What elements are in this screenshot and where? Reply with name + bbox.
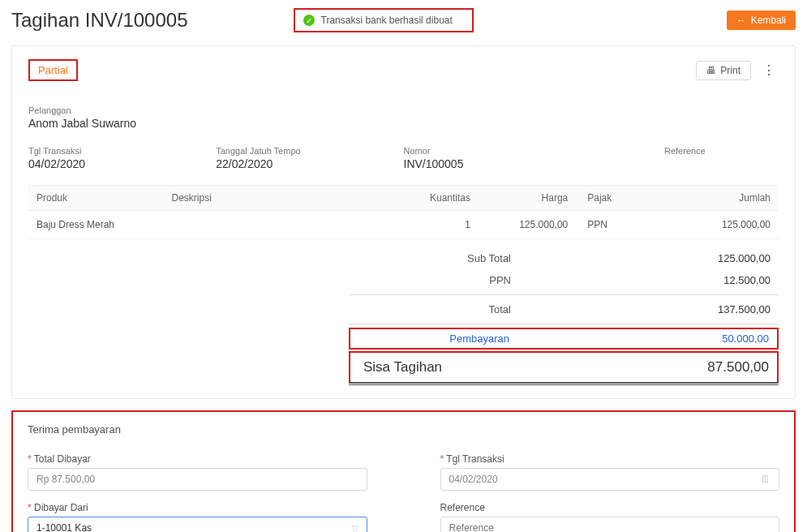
col-pajak: Pajak	[576, 186, 651, 211]
cell-produk: Baju Dress Merah	[28, 211, 164, 239]
tgl-label: Tgl Transaksi	[28, 146, 216, 156]
total-value: 137.500,00	[673, 303, 771, 315]
cell-pajak: PPN	[576, 211, 651, 239]
total-label: Total	[357, 303, 673, 315]
dibayar-dari-value: 1-10001 Kas	[36, 522, 92, 532]
tgl-value: 04/02/2020	[28, 157, 216, 170]
customer-label: Pelanggan	[28, 105, 779, 115]
invoice-panel: Partial 🖶 Print ⋮ Pelanggan Anom Jabal S…	[11, 45, 796, 399]
nomor-label: Nomor	[404, 146, 591, 156]
subtotal-label: Sub Total	[357, 252, 673, 264]
tgl-transaksi-label: Tgl Transaksi	[440, 453, 780, 465]
subtotal-value: 125.000,00	[673, 252, 771, 264]
back-label: Kembali	[751, 15, 786, 26]
payment-label[interactable]: Pembayaran	[358, 332, 672, 345]
ppn-value: 12.500,00	[673, 274, 771, 286]
print-button[interactable]: 🖶 Print	[696, 61, 751, 80]
cell-qty: 1	[404, 211, 479, 239]
success-toast: ✓ Transaksi bank berhasil dibuat	[294, 8, 474, 32]
status-badge: Partial	[28, 59, 78, 81]
check-icon: ✓	[303, 15, 315, 26]
arrow-left-icon: ←	[736, 15, 746, 26]
payment-value: 50.000,00	[672, 332, 769, 345]
col-kuantitas: Kuantitas	[404, 186, 479, 211]
back-button[interactable]: ← Kembali	[727, 11, 796, 30]
total-dibayar-input[interactable]	[28, 468, 367, 491]
print-label: Print	[720, 65, 740, 76]
tgl-transaksi-value: 04/02/2020	[449, 474, 498, 485]
col-produk: Produk	[28, 186, 164, 211]
cell-deskripsi	[164, 211, 404, 239]
cell-jumlah: 125.000,00	[651, 211, 779, 239]
payment-title: Terima pembayaran	[28, 423, 779, 435]
tgl-transaksi-input[interactable]: 04/02/2020 🗓	[440, 468, 780, 491]
sisa-label: Sisa Tagihan	[358, 359, 672, 375]
total-dibayar-label: Total Dibayar	[28, 453, 367, 465]
more-button[interactable]: ⋮	[759, 61, 779, 79]
page-title: Tagihan INV/100005	[11, 9, 188, 32]
ref-label: Reference	[591, 146, 779, 156]
chevron-down-icon: ▽	[352, 524, 358, 533]
dibayar-dari-select[interactable]: 1-10001 Kas ▽	[28, 517, 367, 532]
customer-name: Anom Jabal Suwarno	[28, 117, 779, 130]
tempo-value: 22/02/2020	[216, 157, 403, 170]
reference-input[interactable]	[440, 517, 780, 532]
col-harga: Harga	[479, 186, 576, 211]
tempo-label: Tanggal Jatuh Tempo	[216, 146, 403, 156]
nomor-value: INV/100005	[404, 157, 591, 170]
payment-box: Pembayaran 50.000,00	[349, 328, 779, 350]
customer-block: Pelanggan Anom Jabal Suwarno	[28, 105, 779, 130]
reference-label: Reference	[440, 502, 780, 513]
toast-text: Transaksi bank berhasil dibuat	[321, 15, 453, 26]
col-deskripsi: Deskripsi	[164, 186, 404, 211]
summary: Sub Total 125.000,00 PPN 12.500,00 Total…	[349, 247, 779, 385]
sisa-value: 87.500,00	[672, 359, 769, 375]
calendar-icon: 🗓	[761, 474, 771, 485]
table-row: Baju Dress Merah 1 125.000,00 PPN 125.00…	[28, 211, 779, 239]
col-jumlah: Jumlah	[651, 186, 779, 211]
cell-harga: 125.000,00	[479, 211, 576, 239]
printer-icon: 🖶	[706, 65, 716, 76]
remaining-box: Sisa Tagihan 87.500,00	[349, 351, 779, 384]
items-table: Produk Deskripsi Kuantitas Harga Pajak J…	[28, 185, 779, 239]
ppn-label: PPN	[357, 274, 673, 286]
payment-panel: Terima pembayaran Total Dibayar Tgl Tran…	[11, 410, 796, 532]
dibayar-dari-label: Dibayar Dari	[28, 502, 367, 513]
